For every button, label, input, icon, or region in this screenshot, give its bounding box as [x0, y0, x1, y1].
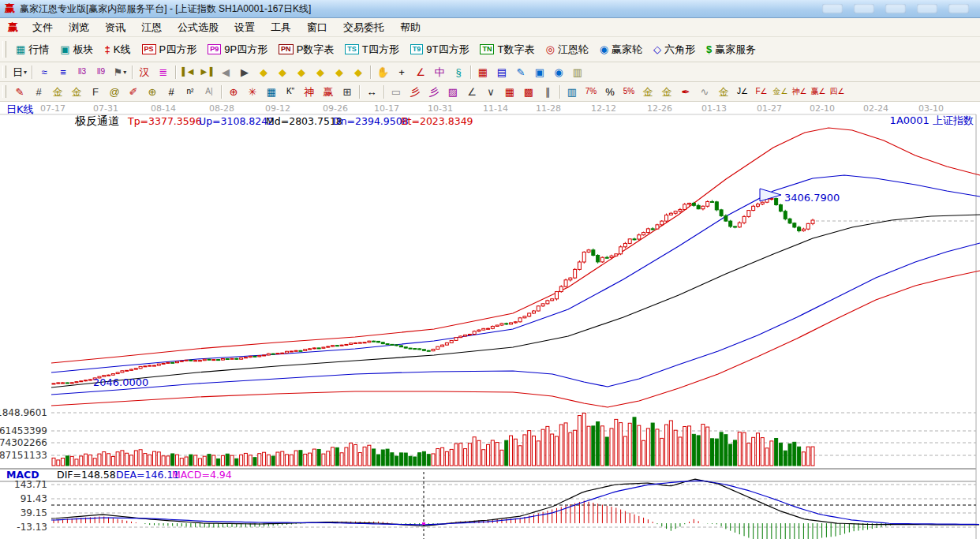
chart-pattern-tool[interactable]: ≈	[35, 64, 54, 80]
drag-hand-tool[interactable]: ✋	[373, 64, 392, 80]
kline-chart-area[interactable]: 07-1707-3108-1408-2809-1209-2610-1710-31…	[0, 102, 980, 539]
menu-item-1[interactable]: 文件	[24, 19, 61, 36]
next-bar-button[interactable]: ▶	[235, 64, 254, 80]
rect-select-tool[interactable]: ▭	[387, 84, 406, 99]
spiral-tool[interactable]: @	[105, 84, 124, 99]
parallel-lines-tool[interactable]: ∥	[538, 84, 557, 99]
text-note-tool[interactable]: A|	[200, 84, 219, 99]
menu-item-6[interactable]: 设置	[226, 19, 263, 36]
quotes-button[interactable]: ▦行情	[10, 41, 54, 58]
hexagon-button[interactable]: ◇六角形	[648, 41, 701, 58]
pattern-search-tool[interactable]: §	[449, 64, 468, 80]
titlebar-button-5[interactable]	[948, 4, 969, 13]
diamond-zoom-out-button[interactable]: ◆	[292, 64, 311, 80]
j-angle-tool[interactable]: J∠	[733, 84, 752, 99]
gold-grid-2-tool[interactable]: 金	[67, 84, 86, 99]
percent-7-tool[interactable]: 7%	[582, 84, 600, 99]
gann-wheel-button[interactable]: ◎江恩轮	[540, 41, 593, 58]
pen-ruler-tool[interactable]: ✐	[124, 84, 143, 99]
calendar-tool[interactable]: ▦	[473, 64, 492, 80]
titlebar-button-2[interactable]	[854, 4, 874, 13]
overlay-3-tool[interactable]: ll3	[73, 64, 92, 80]
sectors-button[interactable]: ▣板块	[54, 41, 99, 58]
gold-channel-tool[interactable]: 金	[714, 84, 733, 99]
fan-lines-tool[interactable]: 彡	[406, 84, 425, 99]
width-measure-tool[interactable]: ↔	[362, 84, 381, 99]
prev-bar-button[interactable]: ◀	[216, 64, 235, 80]
win-angle-tool[interactable]: 赢∠	[809, 84, 828, 99]
menu-item-3[interactable]: 资讯	[97, 19, 133, 36]
9p-square-button[interactable]: P99P四方形	[202, 41, 273, 58]
kline-chart-svg[interactable]: 07-1707-3108-1408-2809-1209-2610-1710-31…	[0, 102, 980, 539]
diamond-scroll-right-button[interactable]: ◆	[273, 64, 292, 80]
gold-underline-tool[interactable]: 金	[657, 84, 676, 99]
angle-lines-tool[interactable]: ∠	[462, 84, 481, 99]
ruler-grid-tool[interactable]: ⊞	[338, 84, 357, 99]
web-update-tool[interactable]: ◉	[549, 64, 568, 80]
circle-grid-tool[interactable]: ⊕	[143, 84, 162, 99]
flag-marker-dropdown[interactable]: ⚑▾	[110, 64, 129, 80]
system-tool[interactable]: ▥	[568, 64, 587, 80]
menu-item-9[interactable]: 交易委托	[335, 19, 392, 36]
si-angle-tool[interactable]: 四∠	[828, 84, 847, 99]
period-day-dropdown[interactable]: 日▾	[10, 64, 29, 80]
square-web-tool[interactable]: ▦	[262, 84, 281, 99]
last-bar-button[interactable]: ▶▐	[197, 64, 216, 80]
winner-wheel-button[interactable]: ◉赢家轮	[594, 41, 648, 58]
wave-a-tool[interactable]: ∿	[695, 84, 714, 99]
titlebar-button-1[interactable]	[822, 4, 843, 13]
percent-5-tool[interactable]: 5%	[619, 84, 638, 99]
fan-grid-tool[interactable]: 彡	[425, 84, 443, 99]
cn-marker-tool[interactable]: 汉	[135, 64, 154, 80]
notepad-tool[interactable]: ✎	[511, 64, 530, 80]
gold-grid-tool[interactable]: 金	[48, 84, 67, 99]
diamond-scroll-left-button[interactable]: ◆	[254, 64, 273, 80]
gann-circle-tool[interactable]: ⊕	[224, 84, 243, 99]
winner-service-button[interactable]: $赢家服务	[701, 41, 761, 58]
titlebar-button-3[interactable]	[885, 4, 906, 13]
overlay-9-tool[interactable]: ll9	[92, 64, 110, 80]
star-web-tool[interactable]: ✳	[243, 84, 262, 99]
menu-item-8[interactable]: 窗口	[299, 19, 335, 36]
toolbar-grip[interactable]	[2, 41, 6, 57]
gann-grid-tool[interactable]: #	[29, 84, 48, 99]
menu-item-5[interactable]: 公式选股	[170, 19, 226, 36]
shen-grid-tool[interactable]: 神	[300, 84, 319, 99]
diamond-center-button[interactable]: ◆	[349, 64, 368, 80]
v-lines-tool[interactable]: ∨	[481, 84, 500, 99]
info-list-tool[interactable]: ≡	[54, 64, 73, 80]
win-grid-tool[interactable]: 赢	[319, 84, 338, 99]
red-grid-tool[interactable]: ▦	[500, 84, 519, 99]
titlebar-button-4[interactable]	[917, 4, 937, 13]
bars-compare-tool[interactable]: ▥	[563, 84, 582, 99]
grid-fan-tool[interactable]: ▨	[443, 84, 462, 99]
gold-angle-tool[interactable]: 金∠	[771, 84, 790, 99]
menu-item-2[interactable]: 浏览	[61, 19, 97, 36]
t-number-table-button[interactable]: TNT数字表	[474, 41, 540, 58]
menu-item-10[interactable]: 帮助	[392, 19, 428, 36]
gann-fan-tool[interactable]: 中	[430, 64, 449, 80]
p-number-table-button[interactable]: PNP数字表	[273, 41, 339, 58]
draw-pen-tool[interactable]: ✎	[10, 84, 29, 99]
menu-item-7[interactable]: 工具	[263, 19, 299, 36]
n2-grid-tool[interactable]: n²	[181, 84, 200, 99]
dot-grid-tool[interactable]: ▩	[519, 84, 538, 99]
toolbar-grip[interactable]	[2, 66, 6, 78]
p-square-button[interactable]: PSP四方形	[137, 41, 203, 58]
diamond-compress-button[interactable]: ◆	[311, 64, 330, 80]
9t-square-button[interactable]: T99T四方形	[405, 41, 475, 58]
crosshair-tool[interactable]: +	[392, 64, 411, 80]
f-angle-tool[interactable]: F∠	[752, 84, 771, 99]
k-quote-tool[interactable]: K"	[281, 84, 300, 99]
menu-item-4[interactable]: 江恩	[133, 19, 170, 36]
price-fence-tool[interactable]: #	[162, 84, 181, 99]
first-bar-button[interactable]: ▌◀	[178, 64, 197, 80]
percent-tool[interactable]: %	[600, 84, 619, 99]
distribution-chart-tool[interactable]: ≣	[154, 64, 173, 80]
gold-circle-tool[interactable]: 金	[638, 84, 657, 99]
toolbar-grip[interactable]	[2, 85, 6, 98]
angle-measure-tool[interactable]: ∠	[411, 64, 430, 80]
diamond-expand-button[interactable]: ◆	[330, 64, 349, 80]
f-grid-tool[interactable]: F	[86, 84, 105, 99]
t-square-button[interactable]: TST四方形	[339, 41, 404, 58]
